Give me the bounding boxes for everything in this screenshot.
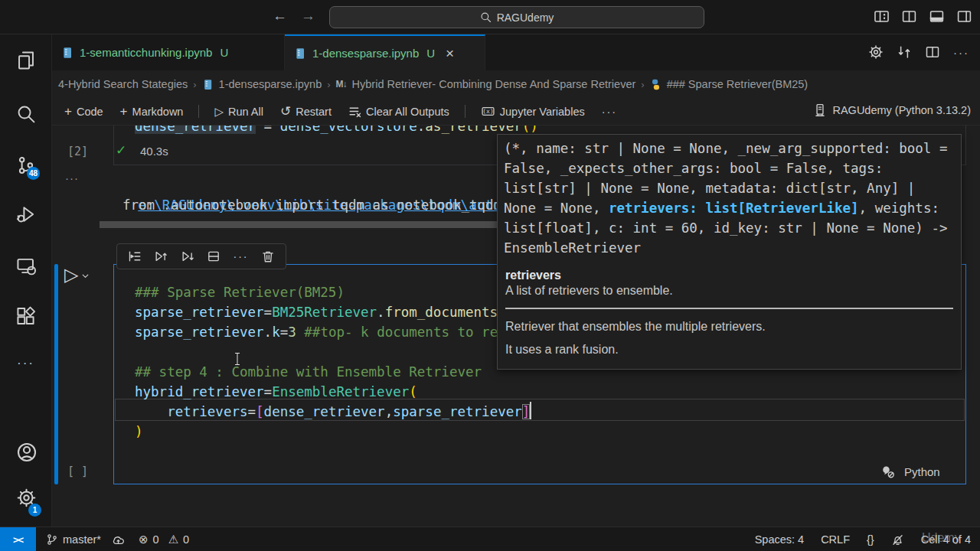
tab-densesparse[interactable]: 1-densesparse.ipynb U ×	[285, 34, 485, 70]
breadcrumb-separator: ›	[641, 79, 644, 90]
git-status-badge: U	[426, 47, 435, 60]
breadcrumb-section[interactable]: Hybrid Retriever- Combining Dense And Sp…	[352, 78, 636, 90]
signature-line: EnsembleRetriever	[504, 238, 955, 258]
jupyter-variables-button[interactable]: Jupyter Variables	[475, 103, 591, 120]
language-brackets-item[interactable]: {}	[867, 533, 874, 546]
clear-all-label: Clear All Outputs	[366, 106, 449, 118]
kernel-picker[interactable]: RAGUdemy (Python 3.13.2)	[813, 103, 971, 117]
close-tab-icon[interactable]: ×	[446, 46, 454, 60]
breadcrumb: 4-Hybrid Search Stategies › 1-densespars…	[52, 70, 980, 98]
breadcrumb-folder[interactable]: 4-Hybrid Search Stategies	[58, 78, 188, 90]
markdown-icon: M↓	[336, 79, 347, 90]
code-line[interactable]: ### Sparse Retriever(BM25)	[135, 282, 345, 302]
notebook-file-icon	[61, 47, 74, 59]
notifications-muted-icon[interactable]	[891, 533, 904, 546]
tooltip-param-name: retrievers	[505, 269, 953, 282]
python-icon	[650, 79, 662, 90]
search-sidebar-icon[interactable]	[16, 104, 36, 124]
breadcrumb-separator: ›	[327, 79, 330, 90]
warning-icon: ⚠	[168, 533, 178, 546]
problems-item[interactable]: ⊗ 0 ⚠ 0	[139, 533, 189, 546]
restart-button[interactable]: ↺ Restart	[274, 101, 338, 122]
command-center-search[interactable]: RAGUdemy	[329, 6, 704, 28]
forward-icon[interactable]: →	[301, 8, 315, 24]
activity-bar: 48 ··· 1	[0, 34, 52, 527]
clear-outputs-icon	[348, 105, 361, 118]
signature-line: list[float], c: int = 60, id_key: str | …	[504, 218, 955, 238]
run-all-button[interactable]: ▷ Run All	[208, 103, 270, 121]
watermark: Udemy	[922, 531, 961, 545]
toolbar-more-icon[interactable]: ···	[596, 103, 624, 120]
output-actions-icon[interactable]: ···	[65, 171, 79, 184]
cell-language-label: Python	[904, 465, 940, 478]
success-check-icon: ✓	[116, 142, 126, 158]
kernel-label: RAGUdemy (Python 3.13.2)	[832, 104, 971, 116]
add-markdown-button[interactable]: + Markdown	[114, 102, 190, 122]
eol-item[interactable]: CRLF	[821, 533, 850, 546]
execution-count: [2]	[67, 145, 88, 158]
output-line-text: from .autonotebook import tqdm as notebo…	[122, 195, 501, 215]
search-icon	[480, 11, 492, 23]
compare-icon[interactable]	[897, 44, 912, 60]
breadcrumb-cell[interactable]: ### Sparse Retriever(BM25)	[667, 78, 808, 90]
select-language-icon	[880, 465, 895, 479]
code-line[interactable]: ## step 4 : Combine with Ensemble Retrie…	[135, 362, 482, 382]
more-views-icon[interactable]: ···	[17, 356, 34, 371]
code-line[interactable]: sparse_retriever.k=3 ##top- k documents …	[135, 322, 546, 342]
execution-duration: 40.3s	[140, 145, 168, 158]
variables-label: Jupyter Variables	[500, 106, 585, 118]
code-line[interactable]: )	[135, 422, 143, 442]
run-debug-icon[interactable]	[16, 204, 36, 224]
breadcrumb-file[interactable]: 1-densesparse.ipynb	[219, 78, 322, 90]
notebook-toolbar: + Code + Markdown ▷ Run All ↺ Restart Cl…	[52, 98, 980, 126]
code-line[interactable]: sparse_retriever=BM25Retriever.from_docu…	[135, 302, 498, 322]
account-icon[interactable]	[16, 442, 38, 463]
cell-language-picker[interactable]: Python	[880, 465, 940, 479]
cell-toolbar: ···	[116, 243, 286, 269]
warning-count: 0	[183, 533, 189, 546]
run-cell-and-below-icon[interactable]	[181, 249, 194, 263]
delete-cell-icon[interactable]	[261, 249, 275, 263]
code-line[interactable]: retrievers=[dense_retriever,sparse_retri…	[135, 402, 530, 422]
extensions-icon[interactable]	[16, 306, 36, 326]
chevron-down-icon[interactable]	[80, 270, 91, 282]
toolbar-divider	[465, 105, 466, 118]
kernel-icon	[813, 103, 827, 117]
customize-layout-icon[interactable]	[874, 8, 890, 24]
plus-icon: +	[120, 104, 128, 119]
run-cells-above-icon[interactable]	[154, 249, 168, 263]
tab-title: 1-densesparse.ipynb	[312, 47, 419, 60]
split-editor-icon[interactable]	[925, 44, 940, 60]
add-markdown-label: Markdown	[132, 106, 184, 118]
variables-icon	[481, 105, 495, 118]
back-icon[interactable]: ←	[273, 8, 287, 24]
tooltip-doc-line: It uses a rank fusion.	[505, 343, 953, 357]
indentation-item[interactable]: Spaces: 4	[755, 533, 805, 546]
cell-more-actions-icon[interactable]: ···	[233, 250, 248, 262]
add-code-button[interactable]: + Code	[58, 102, 109, 122]
breadcrumb-separator: ›	[193, 79, 196, 90]
toggle-secondary-sidebar-icon[interactable]	[956, 8, 972, 24]
git-branch-item[interactable]: master*	[46, 533, 125, 546]
notebook-settings-icon[interactable]	[868, 44, 884, 60]
text-cursor	[530, 402, 531, 419]
explorer-icon[interactable]	[16, 51, 36, 70]
remote-explorer-icon[interactable]	[16, 256, 36, 276]
code-line[interactable]: hybrid_retriever=EnsembleRetriever(	[135, 382, 417, 402]
run-cell-button[interactable]: ▷	[64, 266, 78, 284]
publish-cloud-icon[interactable]	[112, 533, 125, 546]
split-cell-icon[interactable]	[207, 249, 220, 263]
editor-more-actions-icon[interactable]: ···	[953, 46, 969, 60]
output-horizontal-scrollbar[interactable]	[100, 221, 499, 228]
toolbar-divider	[198, 105, 199, 118]
signature-line: list[str] | None = None, metadata: dict[…	[504, 178, 955, 198]
clear-all-outputs-button[interactable]: Clear All Outputs	[342, 103, 456, 120]
execute-above-cells-icon[interactable]	[128, 249, 142, 263]
signature-line: (*, name: str | None = None, _new_arg_su…	[504, 139, 955, 158]
toggle-panel-icon[interactable]	[929, 8, 945, 24]
tab-semanticchunking[interactable]: 1-semanticchunking.ipynb U	[52, 34, 285, 70]
remote-indicator[interactable]: ><	[0, 527, 36, 551]
status-bar: >< master* ⊗ 0 ⚠ 0 Spaces: 4 CRLF {} Cel…	[0, 527, 980, 551]
tooltip-param-doc: A list of retrievers to ensemble.	[505, 284, 953, 298]
toggle-primary-sidebar-icon[interactable]	[901, 8, 917, 24]
